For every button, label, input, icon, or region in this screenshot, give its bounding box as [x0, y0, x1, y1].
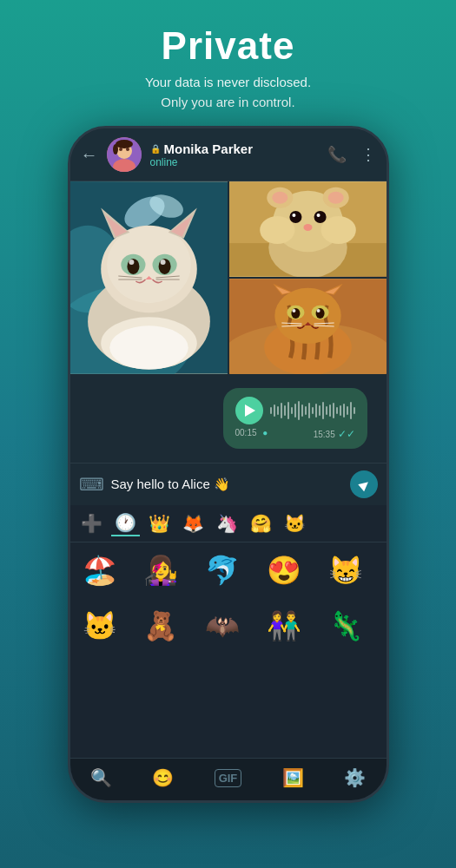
nav-search[interactable]: 🔍 — [90, 767, 112, 788]
voice-timestamp: 15:35 ✓✓ — [314, 428, 355, 440]
sticker-bat[interactable]: 🦇 — [198, 602, 247, 650]
svg-point-36 — [260, 216, 294, 244]
svg-point-23 — [129, 260, 134, 265]
sticker-couple[interactable]: 👫 — [260, 602, 308, 650]
bottom-nav: 🔍 😊 GIF 🖼️ ⚙️ — [70, 758, 387, 800]
sticker-row-2: 🐱 🧸 🦇 👫 🦎 — [70, 598, 387, 654]
sticker-loveeyes[interactable]: 😍 — [260, 546, 308, 595]
contact-info: 🔒 Monika Parker online — [150, 141, 319, 168]
sticker-pinkcat[interactable]: 🐱 — [76, 602, 124, 650]
svg-point-39 — [314, 211, 326, 223]
hero-subtitle: Your data is never disclosed. Only you a… — [145, 73, 311, 112]
chat-header: ← 🔒 Monika Parker — [70, 128, 387, 181]
photo-hamster — [229, 181, 387, 277]
sticker-cat1[interactable]: 😸 — [321, 546, 370, 595]
sticker-dinosaur[interactable]: 🦎 — [321, 602, 370, 650]
photo-grid — [70, 181, 387, 374]
svg-point-59 — [292, 309, 295, 312]
play-button[interactable] — [235, 397, 263, 424]
sticker-dolphin[interactable]: 🐬 — [198, 546, 247, 595]
message-input-area: ⌨ Say hello to Alice 👋 ▶ — [70, 463, 387, 505]
waveform-bar — [270, 407, 272, 414]
sticker-lady[interactable]: 👩‍🎤 — [136, 546, 185, 595]
keyboard-icon[interactable]: ⌨ — [79, 474, 104, 495]
svg-point-42 — [303, 224, 312, 231]
sticker-tab-3[interactable]: 🦄 — [213, 511, 241, 536]
photo-cat — [70, 181, 228, 374]
svg-point-40 — [292, 214, 295, 217]
back-button[interactable]: ← — [81, 145, 98, 165]
svg-point-24 — [160, 260, 165, 265]
svg-point-60 — [316, 309, 320, 312]
sticker-tab-recent[interactable]: 🕐 — [111, 510, 140, 536]
svg-point-37 — [321, 216, 355, 244]
sticker-tabs: ➕ 🕐 👑 🦊 🦄 🤗 🐱 — [70, 505, 387, 542]
hero-header: Private Your data is never disclosed. On… — [128, 0, 328, 126]
send-button[interactable]: ▶ — [350, 470, 378, 498]
svg-point-38 — [289, 211, 301, 223]
hero-title: Private — [145, 24, 311, 68]
waveform — [270, 400, 355, 421]
lock-icon: 🔒 — [150, 144, 161, 154]
message-text: Say hello to Alice 👋 — [111, 477, 343, 492]
sticker-bear[interactable]: 🧸 — [136, 602, 185, 650]
svg-point-46 — [327, 192, 343, 204]
contact-status: online — [150, 156, 319, 168]
voice-metadata: 00:15 ● 15:35 ✓✓ — [235, 428, 355, 440]
sticker-beach[interactable]: 🏖️ — [76, 546, 124, 595]
phone-frame: ← 🔒 Monika Parker — [68, 126, 389, 803]
sticker-tab-5[interactable]: 🐱 — [281, 511, 309, 536]
menu-button[interactable]: ⋮ — [360, 145, 376, 164]
contact-name: 🔒 Monika Parker — [150, 141, 319, 156]
voice-bubble-row — [235, 397, 355, 424]
sticker-tab-1[interactable]: 👑 — [145, 511, 174, 536]
voice-duration: 00:15 ● — [235, 428, 268, 440]
svg-point-6 — [113, 144, 118, 155]
nav-settings[interactable]: ⚙️ — [344, 767, 366, 788]
svg-point-45 — [272, 192, 287, 204]
voice-message-bubble: 00:15 ● 15:35 ✓✓ — [223, 388, 367, 449]
play-icon — [245, 404, 255, 417]
svg-point-50 — [274, 288, 340, 344]
header-actions: 📞 ⋮ — [327, 145, 376, 164]
voice-message-container: 00:15 ● 15:35 ✓✓ — [70, 374, 387, 463]
sticker-panel: ➕ 🕐 👑 🦊 🦄 🤗 🐱 🏖️ 👩‍🎤 🐬 😍 😸 🐱 🧸 — [70, 505, 387, 758]
sticker-tab-2[interactable]: 🦊 — [179, 511, 208, 536]
sticker-tab-4[interactable]: 🤗 — [247, 511, 275, 536]
svg-point-41 — [316, 214, 320, 217]
svg-point-31 — [109, 326, 188, 369]
nav-emoji[interactable]: 😊 — [152, 767, 174, 788]
svg-point-14 — [107, 227, 191, 303]
nav-stickers[interactable]: 🖼️ — [282, 767, 304, 788]
call-button[interactable]: 📞 — [327, 145, 347, 164]
sticker-row-1: 🏖️ 👩‍🎤 🐬 😍 😸 — [70, 542, 387, 598]
avatar — [107, 137, 142, 172]
phone-screen: ← 🔒 Monika Parker — [70, 128, 387, 800]
sticker-tab-add[interactable]: ➕ — [77, 511, 106, 536]
svg-point-5 — [116, 140, 133, 148]
read-receipt: ✓✓ — [338, 428, 355, 440]
nav-gif[interactable]: GIF — [215, 769, 242, 787]
photo-tiger — [229, 279, 387, 374]
avatar-image — [107, 137, 142, 172]
